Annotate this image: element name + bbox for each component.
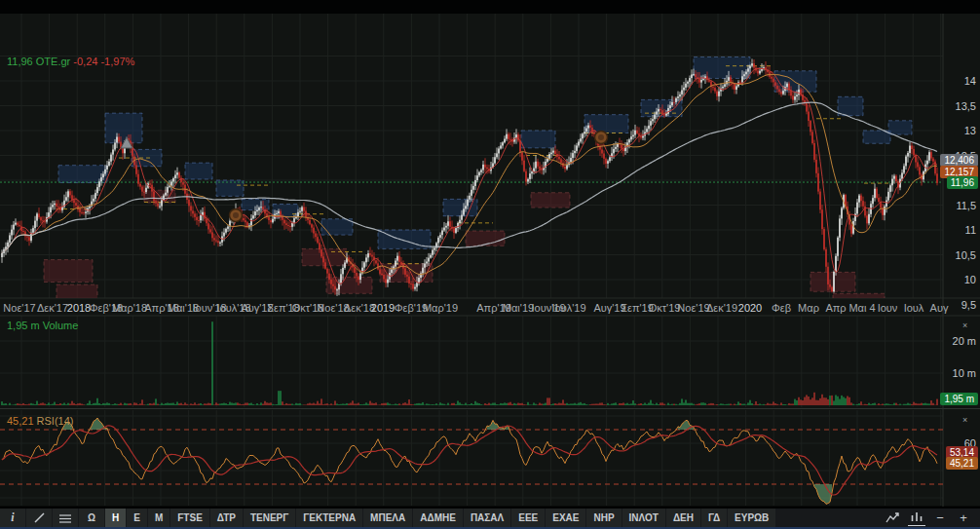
price-tick-label: 11,5 (943, 200, 976, 211)
volume-name[interactable]: Volume (43, 320, 79, 331)
info-button[interactable]: i (0, 509, 25, 527)
line-chart-button[interactable] (885, 510, 902, 526)
ticker-change-pct: -1,97% (100, 56, 134, 67)
bar-chart-button[interactable] (908, 510, 925, 526)
time-axis-label[interactable]: Νοε'17 (3, 302, 35, 314)
symbol-button-ΓΔ[interactable]: ΓΔ (701, 509, 727, 527)
omega-button[interactable]: Ω (79, 509, 104, 527)
bottom-toolbar: i Ω ΗΕΜ FTSEΔΤΡΤΕΝΕΡΓΓΕΚΤΕΡΝΑΜΠΕΛΑΑΔΜΗΕΠ… (0, 509, 980, 527)
symbol-button-ΝΗΡ[interactable]: ΝΗΡ (586, 509, 621, 527)
time-axis-label[interactable]: Ιουν (878, 302, 898, 314)
time-axis-label[interactable]: Νοε'19 (677, 302, 709, 314)
volume-tick-label: 10 m (943, 367, 976, 379)
time-axis-label[interactable]: Οκτ'19 (649, 302, 681, 314)
symbol-button-ΓΕΚΤΕΡΝΑ[interactable]: ΓΕΚΤΕΡΝΑ (296, 509, 362, 527)
trading-app-window: 11,96 OTE.gr -0,24 -1,97% 1,95 m Volume … (0, 0, 980, 529)
time-axis-label[interactable]: Φεβ (772, 302, 791, 314)
rsi-axis[interactable]: 6053,1445,21 (943, 410, 980, 507)
symbol-button-FTSE[interactable]: FTSE (170, 509, 209, 527)
price-tick-label: 10 (943, 274, 976, 285)
price-tick-label: 14 (943, 75, 976, 87)
time-axis-label[interactable]: Μαι 4 (848, 302, 875, 314)
trendline-icon (33, 511, 46, 524)
volume-value: 1,95 m (7, 320, 40, 331)
time-axis-label[interactable]: Απρ (825, 302, 846, 314)
bar-chart-icon (910, 511, 923, 523)
price-tick-label: 13 (943, 125, 976, 136)
volume-axis[interactable]: 20 m10 m1,95 m (943, 316, 980, 407)
price-tick-label: 10,5 (943, 249, 976, 261)
symbol-button-ΤΕΝΕΡΓ[interactable]: ΤΕΝΕΡΓ (244, 509, 295, 527)
rsi-value: 45,21 (7, 415, 34, 427)
volume-tick-label: 20 m (943, 335, 976, 347)
volume-value-badge: 1,95 m (940, 393, 978, 405)
timeframe-button-Ε[interactable]: Ε (127, 509, 147, 527)
time-axis-label[interactable]: 2019 (371, 302, 395, 314)
symbol-button-ΕΥΡΩΒ[interactable]: ΕΥΡΩΒ (728, 509, 775, 527)
symbol-button-ΜΠΕΛΑ[interactable]: ΜΠΕΛΑ (363, 509, 412, 527)
price-tick-label: 11 (943, 224, 976, 236)
time-axis-label[interactable]: Ιουλ (904, 302, 924, 314)
rsi-name[interactable]: RSI(14) (37, 415, 74, 427)
symbol-button-ΔΤΡ[interactable]: ΔΤΡ (210, 509, 243, 527)
ticker-legend: 11,96 OTE.gr -0,24 -1,97% (7, 56, 134, 67)
timeframe-button-Μ[interactable]: Μ (148, 509, 170, 527)
info-icon: i (11, 510, 14, 525)
time-axis-label[interactable]: 2018 (67, 302, 91, 314)
toolbar-right-group: − + (885, 509, 980, 527)
timeframe-button-Η[interactable]: Η (105, 509, 126, 527)
omega-icon: Ω (88, 512, 95, 523)
price-tick-label: 13,5 (943, 100, 976, 112)
time-axis-label[interactable]: Μαρ'18 (112, 302, 147, 314)
last-price-badge: 11,96 (947, 176, 978, 189)
symbol-button-ΠΑΣΑΛ[interactable]: ΠΑΣΑΛ (464, 509, 510, 527)
chart-canvas[interactable] (0, 0, 980, 529)
symbol-button-ΕΧΑΕ[interactable]: ΕΧΑΕ (546, 509, 585, 527)
ticker-change: -0,24 (73, 56, 97, 67)
line-chart-icon (886, 511, 901, 524)
price-axis[interactable]: 1413,51312,511,51110,5109,512,40612,1571… (943, 14, 980, 316)
rsi-value-badge: 45,21 (946, 457, 978, 470)
rsi-legend: 45,21 RSI(14) (7, 415, 74, 427)
time-axis-label[interactable]: Ιουλ'19 (551, 302, 585, 314)
indicators-button[interactable] (53, 509, 78, 527)
time-axis-label[interactable]: Μαι'19 (503, 302, 534, 314)
ticker-price: 11,96 (7, 56, 33, 67)
time-axis-label[interactable]: Δεκ'19 (706, 302, 737, 314)
time-axis-label[interactable]: Μαρ (798, 302, 819, 314)
ma-slow-value-badge: 12,406 (940, 154, 978, 167)
chart-svg (0, 0, 980, 529)
time-axis-label[interactable]: Μαρ'19 (423, 302, 458, 314)
zoom-in-button[interactable]: + (955, 510, 972, 526)
time-axis-label[interactable]: Αυγ (930, 302, 949, 314)
symbol-button-ΙΝΛΟΤ[interactable]: ΙΝΛΟΤ (622, 509, 665, 527)
indicators-icon (58, 512, 72, 524)
time-axis[interactable]: Νοε'17Δεκ'172018Φεβ'18Μαρ'18Απρ'18Μαι'18… (0, 298, 980, 316)
symbol-button-ΔΕΗ[interactable]: ΔΕΗ (666, 509, 700, 527)
trendline-button[interactable] (26, 509, 52, 527)
time-axis-label[interactable]: Δεκ'17 (37, 302, 68, 314)
zoom-out-button[interactable]: − (931, 510, 949, 526)
rsi-pane-close-icon[interactable]: × (962, 416, 967, 425)
volume-pane-close-icon[interactable]: × (962, 321, 967, 330)
ticker-symbol[interactable]: OTE.gr (36, 56, 70, 67)
symbol-button-ΑΔΜΗΕ[interactable]: ΑΔΜΗΕ (413, 509, 463, 527)
symbol-button-ΕΕΕ[interactable]: ΕΕΕ (511, 509, 545, 527)
volume-legend: 1,95 m Volume (7, 320, 78, 331)
time-axis-label[interactable]: 2020 (738, 302, 762, 314)
